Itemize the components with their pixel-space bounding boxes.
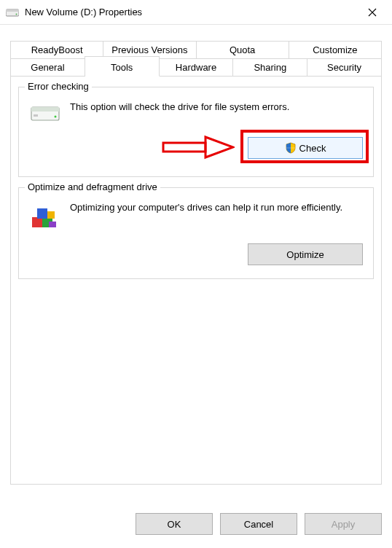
svg-rect-9 (163, 143, 205, 152)
svg-point-8 (55, 116, 57, 118)
tools-tab-content: Error checking This option will check th… (10, 77, 382, 485)
apply-button-label: Apply (332, 519, 356, 530)
cancel-button[interactable]: Cancel (220, 513, 297, 535)
optimize-button[interactable]: Optimize (248, 243, 363, 265)
tab-customize[interactable]: Customize (289, 41, 382, 59)
tab-general[interactable]: General (10, 58, 85, 77)
close-icon (368, 8, 377, 17)
svg-rect-11 (32, 217, 42, 227)
ok-button[interactable]: OK (136, 513, 213, 535)
error-checking-group: Error checking This option will check th… (18, 87, 374, 177)
svg-rect-14 (47, 211, 55, 219)
error-checking-legend: Error checking (25, 81, 92, 92)
optimize-group: Optimize and defragment drive Optimizing… (18, 187, 374, 279)
svg-rect-1 (6, 9, 19, 12)
tab-hardware[interactable]: Hardware (160, 58, 234, 77)
tab-quota[interactable]: Quota (197, 41, 289, 59)
cancel-button-label: Cancel (244, 519, 273, 530)
tab-security[interactable]: Security (307, 58, 382, 77)
svg-rect-15 (49, 222, 56, 227)
tab-tools[interactable]: Tools (85, 58, 160, 77)
annotation-arrow-icon (162, 134, 235, 160)
error-checking-desc: This option will check the drive for fil… (70, 101, 363, 114)
properties-window: New Volume (D:) Properties ReadyBoost Pr… (0, 0, 392, 548)
check-button-label: Check (299, 143, 326, 154)
close-button[interactable] (356, 1, 389, 24)
svg-rect-13 (37, 208, 47, 219)
defragment-icon (29, 201, 61, 230)
dialog-footer: OK Cancel Apply (136, 513, 382, 535)
drive-icon (6, 8, 19, 17)
tab-sharing[interactable]: Sharing (233, 58, 307, 77)
optimize-button-label: Optimize (286, 249, 324, 260)
apply-button[interactable]: Apply (305, 513, 382, 535)
shield-icon (285, 142, 297, 154)
svg-rect-7 (34, 114, 38, 117)
check-button[interactable]: Check (248, 137, 363, 159)
svg-marker-10 (205, 137, 233, 157)
optimize-desc: Optimizing your computer's drives can he… (70, 201, 363, 215)
svg-point-2 (16, 13, 17, 15)
window-title: New Volume (D:) Properties (25, 7, 356, 17)
optimize-legend: Optimize and defragment drive (25, 181, 160, 192)
tabs: ReadyBoost Previous Versions Quota Custo… (10, 41, 382, 77)
svg-rect-6 (31, 107, 59, 111)
titlebar: New Volume (D:) Properties (0, 0, 392, 25)
drive-large-icon (29, 101, 61, 122)
ok-button-label: OK (168, 519, 181, 530)
